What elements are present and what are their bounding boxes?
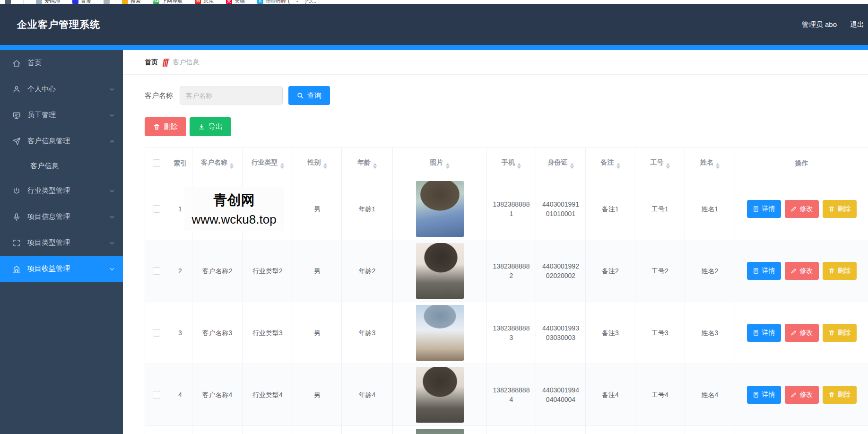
cell-phone: 13823888881	[487, 178, 536, 240]
query-button-label: 查询	[307, 91, 321, 100]
row-button-label: 详情	[762, 391, 775, 399]
row-edit-button[interactable]: 修改	[785, 324, 819, 342]
sort-carets-icon[interactable]	[373, 163, 377, 169]
bookmark-item[interactable]: 天天猫	[226, 0, 245, 4]
sidebar-item-label: 员工管理	[27, 111, 56, 120]
column-header-remark[interactable]: 备注	[586, 148, 635, 178]
column-header-industry[interactable]: 行业类型	[243, 148, 293, 178]
row-checkbox[interactable]	[153, 267, 160, 275]
cell-remark	[586, 426, 635, 434]
sort-carets-icon[interactable]	[517, 163, 521, 169]
sort-carets-icon[interactable]	[323, 163, 327, 169]
column-header-label: 年龄	[357, 158, 371, 166]
bookmark-item[interactable]	[5, 0, 11, 4]
column-header-job_no[interactable]: 工号	[635, 148, 685, 178]
sidebar-item-label: 客户信息管理	[27, 137, 70, 146]
row-edit-button[interactable]: 修改	[785, 386, 819, 404]
column-header-label: 照片	[430, 158, 443, 166]
cell-photo	[393, 426, 487, 434]
bookmark-item[interactable]: JD京东	[195, 0, 214, 4]
column-header-id_card[interactable]: 身份证	[536, 148, 586, 178]
row-button-label: 详情	[762, 267, 775, 275]
cell-real_name: 姓名2	[685, 240, 735, 302]
cell-age: 年龄1	[342, 178, 393, 240]
column-header-real_name[interactable]: 姓名	[685, 148, 735, 178]
select-all-header[interactable]	[145, 148, 168, 178]
current-user-label[interactable]: 管理员 abo	[802, 20, 837, 29]
cell-age: 年龄4	[342, 364, 393, 426]
cell-age: 年龄2	[342, 240, 393, 302]
row-delete-button[interactable]: 删除	[823, 200, 857, 218]
sidebar-item-项目类型管理[interactable]: 项目类型管理	[0, 230, 123, 256]
row-detail-button[interactable]: 详情	[747, 386, 781, 404]
breadcrumb-separator-icon: fff	[163, 57, 168, 67]
page-icon	[104, 0, 110, 4]
sidebar-item-客户信息[interactable]: 客户信息	[0, 154, 123, 178]
row-delete-button[interactable]: 删除	[823, 262, 857, 280]
sidebar-item-项目信息管理[interactable]: 项目信息管理	[0, 204, 123, 230]
bookmark-item[interactable]: 爱纯净	[36, 0, 60, 4]
customer-photo	[416, 367, 464, 423]
document-icon	[753, 206, 759, 212]
sort-carets-icon[interactable]	[230, 163, 234, 169]
export-button[interactable]: 导出	[190, 117, 231, 136]
logout-link[interactable]: 退出	[850, 20, 864, 29]
sidebar-item-label: 项目信息管理	[27, 212, 70, 221]
cell-actions: 详情修改删除	[735, 302, 868, 364]
breadcrumb-home-link[interactable]: 首页	[145, 58, 158, 67]
sidebar-item-员工管理[interactable]: 员工管理	[0, 102, 123, 128]
row-button-label: 详情	[762, 205, 775, 213]
column-header-gender[interactable]: 性别	[293, 148, 342, 178]
sidebar-item-项目收益管理[interactable]: 项目收益管理	[0, 256, 123, 282]
customer-name-input[interactable]	[180, 87, 283, 104]
cell-index: 4	[168, 364, 192, 426]
column-header-label: 身份证	[548, 158, 568, 166]
sort-carets-icon[interactable]	[570, 163, 574, 169]
sidebar-item-客户信息管理[interactable]: 客户信息管理	[0, 128, 123, 154]
bookmark-item[interactable]: b哔哩哔哩 ( ゜- ゜)つ...	[257, 0, 316, 4]
document-icon	[753, 268, 759, 274]
bookmark-item[interactable]	[104, 0, 110, 4]
delete-button[interactable]: 删除	[145, 117, 186, 136]
sort-carets-icon[interactable]	[716, 163, 720, 169]
customer-photo	[416, 243, 464, 299]
row-edit-button[interactable]: 修改	[785, 200, 819, 218]
row-edit-button[interactable]: 修改	[785, 262, 819, 280]
sidebar-item-首页[interactable]: 首页	[0, 50, 123, 76]
cell-industry: 行业类型2	[243, 240, 293, 302]
bookmark-item[interactable]: 百度	[72, 0, 91, 4]
sort-carets-icon[interactable]	[446, 163, 450, 169]
row-button-label: 修改	[800, 391, 813, 399]
column-header-age[interactable]: 年龄	[342, 148, 393, 178]
sidebar-item-label: 行业类型管理	[27, 186, 70, 195]
sidebar-item-行业类型管理[interactable]: 行业类型管理	[0, 178, 123, 204]
sidebar-item-个人中心[interactable]: 个人中心	[0, 76, 123, 102]
query-button[interactable]: 查询	[288, 86, 330, 105]
row-checkbox[interactable]	[153, 391, 160, 399]
download-icon	[198, 123, 205, 130]
cell-real_name: 姓名4	[685, 364, 735, 426]
chevron-down-icon	[109, 214, 115, 220]
bookmark-item[interactable]: 2345上网导航	[153, 0, 182, 4]
bookmark-item[interactable]: 搜索	[122, 0, 141, 4]
select-all-checkbox[interactable]	[153, 159, 160, 167]
row-checkbox[interactable]	[153, 329, 160, 337]
cell-job_no: 工号4	[635, 364, 685, 426]
cell-name: 客户名称4	[192, 364, 243, 426]
send-icon	[12, 137, 21, 146]
cell-index: 3	[168, 302, 192, 364]
customer-photo	[416, 429, 464, 434]
row-delete-button[interactable]: 删除	[823, 386, 857, 404]
row-detail-button[interactable]: 详情	[747, 324, 781, 342]
column-header-photo[interactable]: 照片	[393, 148, 487, 178]
sidebar-nav: 首页个人中心员工管理客户信息管理客户信息行业类型管理项目信息管理项目类型管理项目…	[0, 50, 123, 434]
column-header-name[interactable]: 客户名称	[192, 148, 243, 178]
row-detail-button[interactable]: 详情	[747, 200, 781, 218]
sort-carets-icon[interactable]	[666, 163, 670, 169]
column-header-phone[interactable]: 手机	[487, 148, 536, 178]
sort-carets-icon[interactable]	[616, 163, 620, 169]
sort-carets-icon[interactable]	[280, 163, 284, 169]
row-checkbox[interactable]	[153, 205, 160, 213]
row-delete-button[interactable]: 删除	[823, 324, 857, 342]
row-detail-button[interactable]: 详情	[747, 262, 781, 280]
